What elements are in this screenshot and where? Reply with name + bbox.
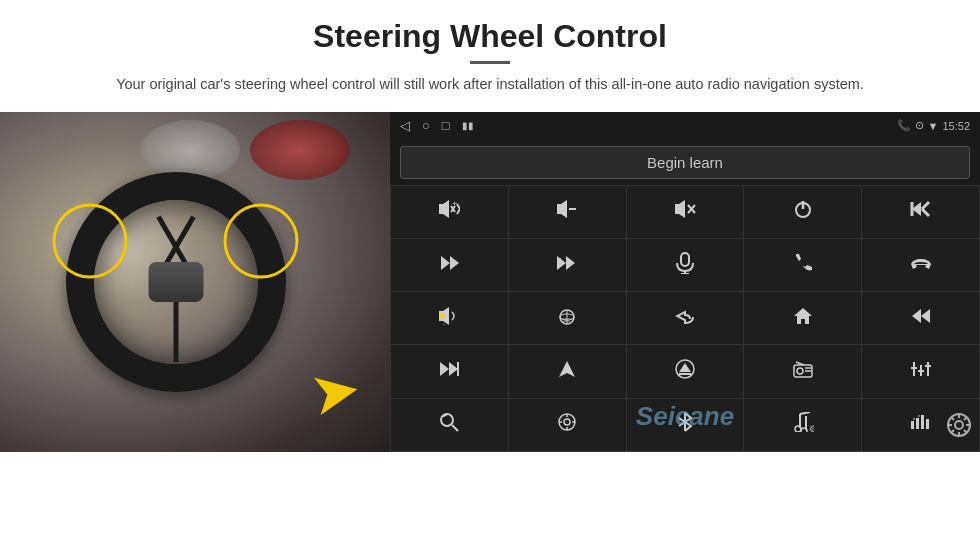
svg-line-64	[800, 412, 810, 414]
svg-rect-22	[681, 253, 689, 266]
skip-next-cell[interactable]	[509, 239, 626, 291]
music-cell[interactable]: ⚙	[744, 399, 861, 451]
speaker-cell[interactable]: 📢	[391, 292, 508, 344]
begin-learn-button[interactable]: Begin learn	[400, 146, 970, 179]
power-icon	[793, 199, 813, 224]
svg-text:⚙: ⚙	[809, 424, 814, 432]
subtitle: Your original car's steering wheel contr…	[80, 74, 900, 96]
begin-learn-row: Begin learn	[390, 140, 980, 185]
360-icon: 360°	[553, 306, 581, 330]
time-display: 15:52	[942, 120, 970, 132]
dashboard-gauge2	[140, 120, 240, 180]
svg-marker-8	[675, 200, 685, 218]
svg-line-54	[452, 425, 458, 431]
phone-cell[interactable]	[744, 239, 861, 291]
speaker-icon: 📢	[438, 307, 460, 330]
vol-down-cell[interactable]	[509, 186, 626, 238]
android-panel: ◁ ○ □ ▮▮ 📞 ⊙ ▼ 15:52 Begin learn	[390, 112, 980, 452]
end-call-icon	[910, 255, 932, 276]
bluetooth-icon	[677, 411, 693, 438]
steering-wheel-hub	[148, 262, 203, 302]
svg-line-81	[964, 430, 967, 433]
svg-marker-18	[450, 256, 459, 270]
location-icon: ⊙	[915, 119, 924, 132]
svg-line-83	[951, 430, 954, 433]
radio-cell[interactable]	[744, 345, 861, 397]
header-section: Steering Wheel Control Your original car…	[0, 0, 980, 106]
svg-line-4	[457, 209, 460, 214]
svg-marker-6	[557, 200, 567, 218]
svg-marker-40	[679, 363, 691, 372]
prev-track-cell[interactable]	[862, 186, 979, 238]
360-cell[interactable]: 360°	[509, 292, 626, 344]
highlight-circle-right	[224, 203, 299, 278]
svg-marker-19	[557, 256, 566, 270]
eq-cell[interactable]	[862, 345, 979, 397]
eq-icon	[910, 360, 932, 383]
eject-icon	[675, 359, 695, 384]
mic-cell[interactable]	[627, 239, 744, 291]
yellow-arrow: ➤	[305, 358, 365, 426]
svg-marker-32	[794, 308, 812, 324]
svg-point-65	[795, 426, 801, 432]
music-icon: ⚙	[792, 412, 814, 437]
fast-forward-cell[interactable]	[391, 345, 508, 397]
nav-icons: ◁ ○ □ ▮▮	[400, 118, 474, 133]
next-track-cell[interactable]	[391, 239, 508, 291]
svg-point-56	[564, 419, 570, 425]
prev-media-icon	[910, 307, 932, 330]
back-icon[interactable]: ◁	[400, 118, 410, 133]
svg-rect-70	[921, 415, 924, 429]
search-icon	[439, 412, 459, 437]
icon-grid: +	[390, 185, 980, 452]
battery-icon: ▮▮	[462, 120, 474, 131]
bluetooth-cell[interactable]	[627, 399, 744, 451]
android-status-bar: ◁ ○ □ ▮▮ 📞 ⊙ ▼ 15:52	[390, 112, 980, 140]
svg-point-66	[801, 428, 807, 432]
svg-line-15	[922, 209, 929, 216]
dashboard-gauge	[250, 120, 350, 180]
recents-icon[interactable]: □	[442, 118, 450, 133]
page: Steering Wheel Control Your original car…	[0, 0, 980, 548]
eject-cell[interactable]	[627, 345, 744, 397]
svg-marker-34	[921, 309, 930, 323]
phone-icon	[793, 253, 813, 278]
end-call-cell[interactable]	[862, 239, 979, 291]
settings2-cell[interactable]	[509, 399, 626, 451]
steering-wheel-image: ➤	[0, 112, 390, 452]
svg-line-80	[951, 417, 954, 420]
svg-marker-36	[449, 362, 458, 376]
svg-line-14	[922, 202, 929, 209]
home-icon[interactable]: ○	[422, 118, 430, 133]
svg-marker-35	[440, 362, 449, 376]
svg-rect-71	[926, 419, 929, 429]
back-nav-icon	[675, 307, 695, 330]
navigate-cell[interactable]	[509, 345, 626, 397]
vol-up-cell[interactable]: +	[391, 186, 508, 238]
svg-rect-69	[916, 418, 919, 429]
mute-cell[interactable]	[627, 186, 744, 238]
radio-icon	[792, 360, 814, 383]
back-cell[interactable]	[627, 292, 744, 344]
home-nav-cell[interactable]	[744, 292, 861, 344]
phone-status-icon: 📞	[897, 119, 911, 132]
svg-point-43	[797, 368, 803, 374]
fast-forward-icon	[438, 360, 460, 383]
wifi-icon: ▼	[928, 120, 939, 132]
volume-bars-icon	[910, 413, 932, 436]
skip-next-icon	[556, 254, 578, 277]
search-cell[interactable]	[391, 399, 508, 451]
home-nav-icon	[793, 306, 813, 331]
power-cell[interactable]	[744, 186, 861, 238]
svg-marker-17	[441, 256, 450, 270]
svg-text:+: +	[452, 200, 457, 209]
title-divider	[470, 61, 510, 64]
prev-media-cell[interactable]	[862, 292, 979, 344]
settings-circle-icon	[557, 412, 577, 437]
vol-up-icon: +	[438, 200, 460, 223]
svg-marker-20	[566, 256, 575, 270]
settings-gear-button[interactable]	[946, 412, 972, 444]
next-track-icon	[438, 254, 460, 277]
mic-icon	[676, 252, 694, 279]
svg-rect-68	[911, 421, 914, 429]
